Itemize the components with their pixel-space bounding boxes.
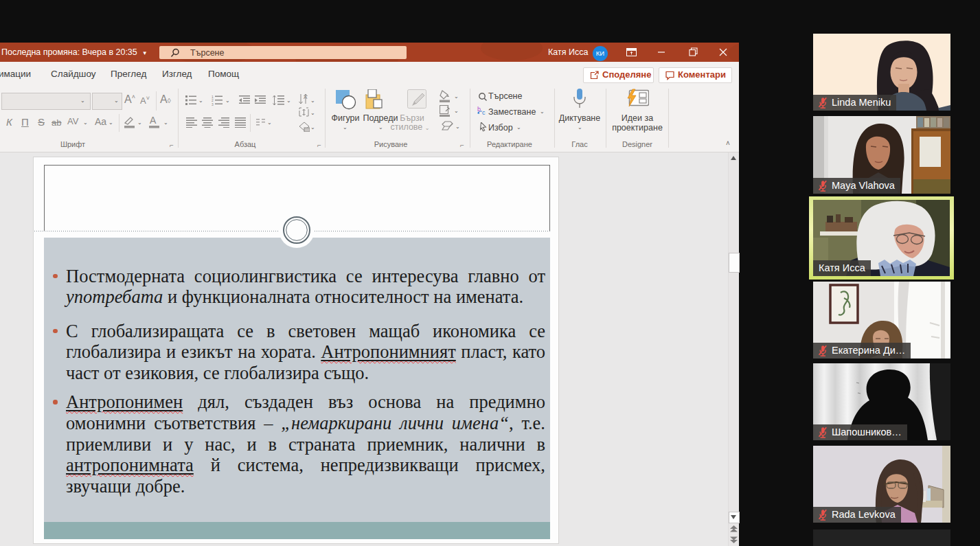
svg-text:А: А (150, 115, 157, 126)
svg-text:A: A (304, 94, 308, 100)
svg-text:3: 3 (212, 102, 214, 106)
svg-text:c: c (482, 109, 486, 116)
